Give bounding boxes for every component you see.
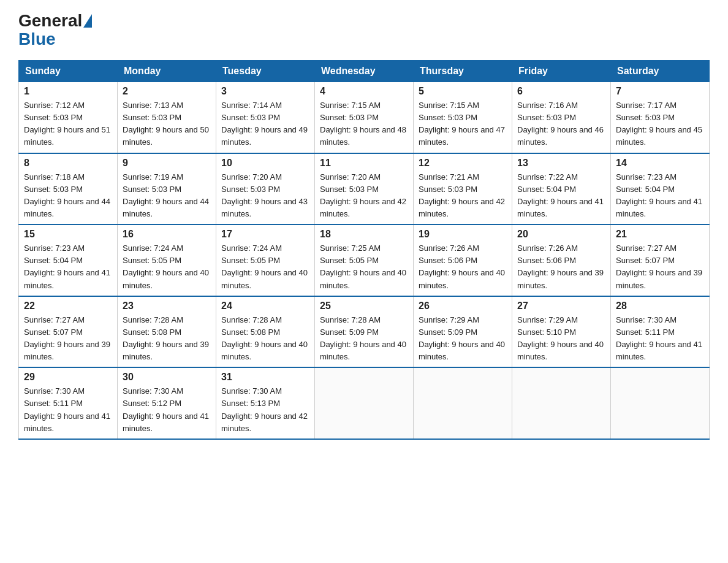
- calendar-cell: 31Sunrise: 7:30 AMSunset: 5:13 PMDayligh…: [216, 367, 315, 439]
- day-info: Sunrise: 7:23 AMSunset: 5:04 PMDaylight:…: [24, 242, 112, 292]
- day-number: 26: [419, 301, 507, 312]
- day-number: 20: [517, 229, 605, 240]
- calendar-cell: 23Sunrise: 7:28 AMSunset: 5:08 PMDayligh…: [118, 296, 216, 368]
- calendar-cell: [315, 367, 414, 439]
- day-info: Sunrise: 7:21 AMSunset: 5:03 PMDaylight:…: [419, 171, 507, 221]
- day-number: 31: [221, 372, 309, 383]
- day-number: 13: [517, 158, 605, 169]
- day-info: Sunrise: 7:18 AMSunset: 5:03 PMDaylight:…: [24, 171, 112, 221]
- day-number: 30: [123, 372, 211, 383]
- day-info: Sunrise: 7:25 AMSunset: 5:05 PMDaylight:…: [320, 242, 408, 292]
- calendar-cell: 8Sunrise: 7:18 AMSunset: 5:03 PMDaylight…: [19, 153, 118, 225]
- calendar-cell: [512, 367, 611, 439]
- page-header: General Blue: [18, 12, 710, 49]
- calendar-cell: 11Sunrise: 7:20 AMSunset: 5:03 PMDayligh…: [315, 153, 414, 225]
- day-number: 19: [419, 229, 507, 240]
- day-info: Sunrise: 7:26 AMSunset: 5:06 PMDaylight:…: [419, 242, 507, 292]
- day-number: 22: [24, 301, 112, 312]
- weekday-header-tuesday: Tuesday: [216, 61, 315, 82]
- calendar-cell: 21Sunrise: 7:27 AMSunset: 5:07 PMDayligh…: [611, 224, 710, 296]
- day-number: 24: [221, 301, 309, 312]
- day-info: Sunrise: 7:29 AMSunset: 5:09 PMDaylight:…: [419, 314, 507, 364]
- day-info: Sunrise: 7:16 AMSunset: 5:03 PMDaylight:…: [517, 99, 605, 149]
- calendar-cell: 13Sunrise: 7:22 AMSunset: 5:04 PMDayligh…: [512, 153, 611, 225]
- day-info: Sunrise: 7:30 AMSunset: 5:13 PMDaylight:…: [221, 385, 309, 435]
- day-number: 25: [320, 301, 408, 312]
- calendar-cell: 2Sunrise: 7:13 AMSunset: 5:03 PMDaylight…: [118, 82, 216, 153]
- calendar-cell: 24Sunrise: 7:28 AMSunset: 5:08 PMDayligh…: [216, 296, 315, 368]
- day-info: Sunrise: 7:30 AMSunset: 5:11 PMDaylight:…: [616, 314, 704, 364]
- logo: General Blue: [18, 12, 93, 49]
- calendar-cell: [611, 367, 710, 439]
- calendar-cell: 22Sunrise: 7:27 AMSunset: 5:07 PMDayligh…: [19, 296, 118, 368]
- day-info: Sunrise: 7:14 AMSunset: 5:03 PMDaylight:…: [221, 99, 309, 149]
- day-info: Sunrise: 7:20 AMSunset: 5:03 PMDaylight:…: [221, 171, 309, 221]
- day-number: 1: [24, 86, 112, 97]
- calendar-cell: 14Sunrise: 7:23 AMSunset: 5:04 PMDayligh…: [611, 153, 710, 225]
- calendar-cell: 29Sunrise: 7:30 AMSunset: 5:11 PMDayligh…: [19, 367, 118, 439]
- day-info: Sunrise: 7:30 AMSunset: 5:11 PMDaylight:…: [24, 385, 112, 435]
- logo-blue-text: Blue: [18, 29, 56, 48]
- day-info: Sunrise: 7:20 AMSunset: 5:03 PMDaylight:…: [320, 171, 408, 221]
- day-number: 14: [616, 158, 704, 169]
- calendar-cell: [414, 367, 512, 439]
- day-number: 21: [616, 229, 704, 240]
- day-number: 10: [221, 158, 309, 169]
- day-number: 7: [616, 86, 704, 97]
- week-row-1: 1Sunrise: 7:12 AMSunset: 5:03 PMDaylight…: [19, 82, 710, 153]
- day-info: Sunrise: 7:30 AMSunset: 5:12 PMDaylight:…: [123, 385, 211, 435]
- calendar-cell: 17Sunrise: 7:24 AMSunset: 5:05 PMDayligh…: [216, 224, 315, 296]
- calendar-cell: 1Sunrise: 7:12 AMSunset: 5:03 PMDaylight…: [19, 82, 118, 153]
- week-row-2: 8Sunrise: 7:18 AMSunset: 5:03 PMDaylight…: [19, 153, 710, 225]
- day-info: Sunrise: 7:13 AMSunset: 5:03 PMDaylight:…: [123, 99, 211, 149]
- day-info: Sunrise: 7:19 AMSunset: 5:03 PMDaylight:…: [123, 171, 211, 221]
- calendar-cell: 5Sunrise: 7:15 AMSunset: 5:03 PMDaylight…: [414, 82, 512, 153]
- day-info: Sunrise: 7:22 AMSunset: 5:04 PMDaylight:…: [517, 171, 605, 221]
- day-number: 17: [221, 229, 309, 240]
- day-info: Sunrise: 7:24 AMSunset: 5:05 PMDaylight:…: [123, 242, 211, 292]
- day-number: 27: [517, 301, 605, 312]
- day-number: 15: [24, 229, 112, 240]
- day-info: Sunrise: 7:27 AMSunset: 5:07 PMDaylight:…: [616, 242, 704, 292]
- day-info: Sunrise: 7:23 AMSunset: 5:04 PMDaylight:…: [616, 171, 704, 221]
- calendar-cell: 6Sunrise: 7:16 AMSunset: 5:03 PMDaylight…: [512, 82, 611, 153]
- day-info: Sunrise: 7:28 AMSunset: 5:09 PMDaylight:…: [320, 314, 408, 364]
- day-info: Sunrise: 7:15 AMSunset: 5:03 PMDaylight:…: [419, 99, 507, 149]
- day-info: Sunrise: 7:27 AMSunset: 5:07 PMDaylight:…: [24, 314, 112, 364]
- day-info: Sunrise: 7:28 AMSunset: 5:08 PMDaylight:…: [221, 314, 309, 364]
- weekday-header-row: SundayMondayTuesdayWednesdayThursdayFrid…: [19, 61, 710, 82]
- day-number: 16: [123, 229, 211, 240]
- day-number: 5: [419, 86, 507, 97]
- day-number: 23: [123, 301, 211, 312]
- logo-general-text: General: [18, 12, 82, 29]
- calendar-cell: 12Sunrise: 7:21 AMSunset: 5:03 PMDayligh…: [414, 153, 512, 225]
- day-info: Sunrise: 7:28 AMSunset: 5:08 PMDaylight:…: [123, 314, 211, 364]
- calendar-cell: 19Sunrise: 7:26 AMSunset: 5:06 PMDayligh…: [414, 224, 512, 296]
- day-info: Sunrise: 7:12 AMSunset: 5:03 PMDaylight:…: [24, 99, 112, 149]
- day-info: Sunrise: 7:26 AMSunset: 5:06 PMDaylight:…: [517, 242, 605, 292]
- day-info: Sunrise: 7:29 AMSunset: 5:10 PMDaylight:…: [517, 314, 605, 364]
- calendar-cell: 15Sunrise: 7:23 AMSunset: 5:04 PMDayligh…: [19, 224, 118, 296]
- calendar-cell: 10Sunrise: 7:20 AMSunset: 5:03 PMDayligh…: [216, 153, 315, 225]
- day-info: Sunrise: 7:24 AMSunset: 5:05 PMDaylight:…: [221, 242, 309, 292]
- day-number: 6: [517, 86, 605, 97]
- day-number: 4: [320, 86, 408, 97]
- calendar-cell: 26Sunrise: 7:29 AMSunset: 5:09 PMDayligh…: [414, 296, 512, 368]
- weekday-header-sunday: Sunday: [19, 61, 118, 82]
- day-number: 8: [24, 158, 112, 169]
- day-number: 18: [320, 229, 408, 240]
- day-number: 12: [419, 158, 507, 169]
- calendar-cell: 4Sunrise: 7:15 AMSunset: 5:03 PMDaylight…: [315, 82, 414, 153]
- calendar-cell: 16Sunrise: 7:24 AMSunset: 5:05 PMDayligh…: [118, 224, 216, 296]
- calendar-cell: 20Sunrise: 7:26 AMSunset: 5:06 PMDayligh…: [512, 224, 611, 296]
- week-row-5: 29Sunrise: 7:30 AMSunset: 5:11 PMDayligh…: [19, 367, 710, 439]
- calendar-cell: 28Sunrise: 7:30 AMSunset: 5:11 PMDayligh…: [611, 296, 710, 368]
- week-row-4: 22Sunrise: 7:27 AMSunset: 5:07 PMDayligh…: [19, 296, 710, 368]
- weekday-header-saturday: Saturday: [611, 61, 710, 82]
- week-row-3: 15Sunrise: 7:23 AMSunset: 5:04 PMDayligh…: [19, 224, 710, 296]
- calendar-cell: 7Sunrise: 7:17 AMSunset: 5:03 PMDaylight…: [611, 82, 710, 153]
- calendar-cell: 3Sunrise: 7:14 AMSunset: 5:03 PMDaylight…: [216, 82, 315, 153]
- day-number: 28: [616, 301, 704, 312]
- calendar-cell: 18Sunrise: 7:25 AMSunset: 5:05 PMDayligh…: [315, 224, 414, 296]
- day-number: 29: [24, 372, 112, 383]
